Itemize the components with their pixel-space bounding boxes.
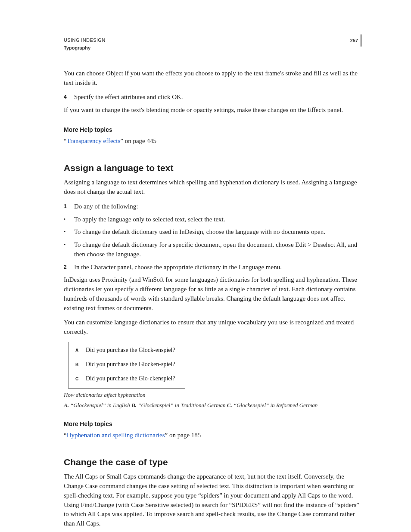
transparency-effects-link[interactable]: Transparency effects — [67, 137, 121, 144]
step-number: 2 — [64, 263, 69, 272]
figure-tag: B — [75, 361, 80, 368]
help-ref: “Hyphenation and spelling dictionaries” … — [64, 431, 361, 440]
section-heading: Change the case of type — [64, 456, 361, 469]
bullet-list: •To apply the language only to selected … — [64, 215, 361, 259]
numbered-step: 4 Specify the effect attributes and clic… — [64, 93, 361, 102]
figure-row: B Did you purchase the Glocken-spiel? — [75, 361, 178, 369]
figure-text: Did you purchase the Glock-enspiel? — [86, 346, 175, 355]
list-item: •To change the default dictionary used i… — [64, 227, 361, 237]
running-header: USING INDESIGN Typography 257 — [64, 37, 361, 52]
figure-tag: C — [75, 375, 80, 383]
bullet-icon: • — [64, 240, 69, 259]
caption-tag: B. — [131, 402, 137, 408]
bullet-text: To change the default dictionary used in… — [74, 227, 325, 237]
body-text: If you want to change the text's blendin… — [64, 106, 361, 115]
figure-text: Did you purchase the Glocken-spiel? — [86, 361, 175, 369]
header-left: USING INDESIGN Typography — [64, 37, 106, 52]
step-text: In the Character panel, choose the appro… — [74, 263, 282, 272]
body-text: InDesign uses Proximity (and WinSoft for… — [64, 275, 361, 313]
bullet-icon: • — [64, 227, 69, 237]
caption-text: “Glockenspiel” in Reformed German — [232, 402, 318, 408]
body-text: You can customize language dictionaries … — [64, 318, 361, 337]
step-item: 2 In the Character panel, choose the app… — [64, 263, 361, 272]
step-number: 1 — [64, 202, 69, 212]
body-text: The All Caps or Small Caps commands chan… — [64, 472, 361, 529]
quote-open: “ — [64, 432, 67, 439]
doc-title: USING INDESIGN — [64, 37, 106, 44]
section-heading: Assign a language to text — [64, 162, 361, 174]
page-number: 257 — [350, 34, 361, 47]
page-ref: on page 445 — [123, 137, 156, 144]
hyphenation-dictionaries-link[interactable]: Hyphenation and spelling dictionaries — [67, 432, 165, 439]
list-item: •To change the default dictionary for a … — [64, 240, 361, 259]
hyphenation-figure: A Did you purchase the Glock-enspiel? B … — [68, 342, 185, 389]
caption-tag: A. — [64, 402, 69, 408]
step-text: Specify the effect attributes and click … — [74, 93, 183, 102]
page: USING INDESIGN Typography 257 You can ch… — [0, 0, 411, 532]
caption-text: “Glockenspiel” in English — [69, 402, 131, 408]
figure-row: A Did you purchase the Glock-enspiel? — [75, 346, 178, 355]
bullet-text: To change the default dictionary for a s… — [74, 240, 361, 259]
help-heading: More Help topics — [64, 420, 361, 428]
numbered-list: 2 In the Character panel, choose the app… — [64, 263, 361, 272]
figure-caption-legend: A. “Glockenspiel” in English B. “Glocken… — [64, 401, 361, 409]
numbered-list: 1 Do any of the following: — [64, 202, 361, 212]
figure-text: Did you purchase the Glo-ckenspiel? — [86, 375, 175, 383]
quote-open: “ — [64, 137, 67, 144]
step-item: 4 Specify the effect attributes and clic… — [64, 93, 361, 102]
caption-text: “Glockenspiel” in Traditional German — [137, 402, 227, 408]
help-heading: More Help topics — [64, 125, 361, 134]
step-text: Do any of the following: — [74, 202, 138, 212]
bullet-icon: • — [64, 215, 69, 224]
list-item: •To apply the language only to selected … — [64, 215, 361, 224]
body-text: Assigning a language to text determines … — [64, 178, 361, 197]
figure-tag: A — [75, 346, 80, 354]
bullet-text: To apply the language only to selected t… — [74, 215, 225, 224]
figure-row: C Did you purchase the Glo-ckenspiel? — [75, 375, 178, 383]
step-number: 4 — [64, 93, 69, 102]
caption-tag: C. — [227, 402, 232, 408]
body-text: You can choose Object if you want the ef… — [64, 69, 361, 88]
page-ref: on page 185 — [168, 432, 201, 439]
step-item: 1 Do any of the following: — [64, 202, 361, 212]
help-ref: “Transparency effects” on page 445 — [64, 137, 361, 146]
quote-close: ” — [120, 137, 123, 144]
figure-caption-title: How dictionaries affect hyphenation — [64, 391, 361, 399]
chapter-name: Typography — [64, 45, 106, 52]
